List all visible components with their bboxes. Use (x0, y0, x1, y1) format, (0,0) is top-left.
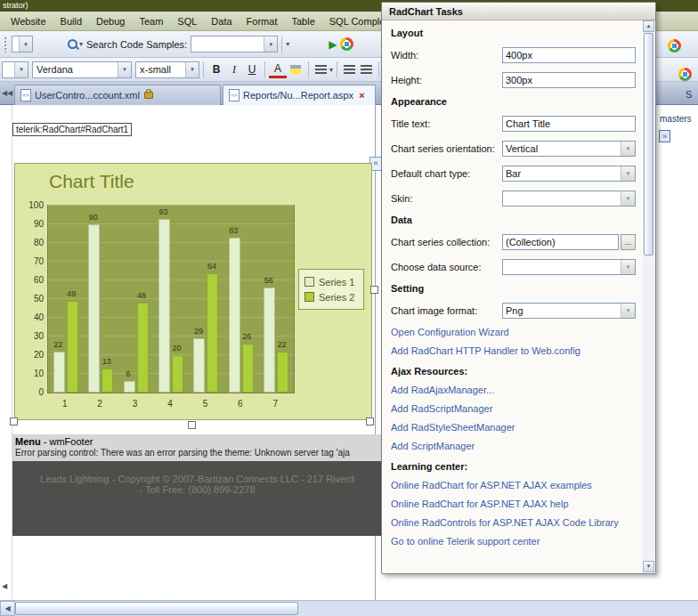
width-input[interactable] (502, 47, 636, 63)
align-icon[interactable] (315, 65, 327, 75)
collection-ellipsis-button[interactable]: ... (621, 234, 636, 250)
tab-usercontrol[interactable]: <> UserContro...ccount.xml (14, 85, 221, 105)
menubar-item[interactable]: Website (4, 13, 53, 29)
toolbar-separator (378, 61, 379, 77)
chevron-down-icon[interactable]: ▾ (621, 142, 635, 156)
link-add-radajaxmanager[interactable]: Add RadAjaxManager... (391, 385, 636, 395)
chevron-down-icon[interactable]: ▾ (621, 260, 635, 274)
y-axis-tick-label: 50 (20, 294, 44, 304)
link-add-radscriptmanager[interactable]: Add RadScriptManager (391, 403, 636, 414)
scrollbar-thumb[interactable] (15, 602, 298, 615)
control-id-tag[interactable]: telerik:RadChart#RadChart1 (12, 123, 132, 136)
resize-handle[interactable] (10, 417, 18, 426)
xml-file-icon: <> (20, 89, 31, 101)
chart-bar-value-label: 90 (83, 213, 104, 222)
mini-combo[interactable]: ▾ (12, 36, 33, 53)
numbered-list-icon[interactable] (344, 65, 355, 75)
menubar-item[interactable]: Debug (89, 13, 132, 29)
expand-chevron-button[interactable]: » (659, 130, 670, 142)
chevron-down-icon[interactable]: ▾ (621, 304, 635, 318)
window-title: strator) (3, 1, 28, 10)
close-tab-icon[interactable]: × (359, 90, 364, 101)
link-online-examples[interactable]: Online RadChart for ASP.NET AJAX example… (391, 480, 636, 490)
browser-icon[interactable] (678, 68, 692, 81)
menubar-item[interactable]: Format (239, 13, 285, 29)
image-format-select[interactable]: Png ▾ (502, 303, 636, 319)
chart-bar-value-label: 22 (272, 340, 293, 349)
link-online-help[interactable]: Online RadChart for ASP.NET AJAX help (391, 498, 636, 509)
chevron-down-icon[interactable]: ▾ (621, 191, 635, 206)
chart-bar-value-label: 22 (47, 340, 69, 349)
resize-handle[interactable] (366, 417, 374, 426)
font-color-button[interactable]: A (269, 61, 287, 78)
start-debug-icon[interactable]: ▶ (329, 38, 337, 51)
nav-left-icon[interactable]: ◀ (2, 582, 7, 590)
chevron-down-icon[interactable]: ▾ (79, 40, 83, 48)
chevron-down-icon[interactable]: ▾ (19, 36, 32, 52)
chevron-down-icon[interactable]: ▾ (264, 36, 277, 52)
link-add-http-handler[interactable]: Add RadChart HTTP Handler to Web.config (391, 345, 636, 356)
toolbar-grip[interactable] (4, 36, 8, 53)
toolbar-separator (203, 61, 204, 77)
tab-report-active[interactable]: <> Reports/Nu...Report.aspx × (223, 85, 376, 105)
data-source-select[interactable]: ▾ (502, 259, 636, 275)
link-add-radstylesheetmanager[interactable]: Add RadStyleSheetManager (391, 422, 636, 433)
bold-button[interactable]: B (207, 61, 225, 78)
menubar-item[interactable]: SQL (170, 13, 204, 29)
image-format-label: Chart image format: (391, 305, 477, 316)
search-icon[interactable] (67, 38, 79, 51)
horizontal-scrollbar[interactable]: ◀ (0, 600, 698, 616)
bullet-list-icon[interactable] (361, 65, 372, 75)
scrollbar-thumb[interactable] (644, 33, 653, 255)
chart-gridline (48, 223, 294, 224)
browser-icon[interactable] (668, 39, 681, 53)
underline-button[interactable]: U (243, 61, 261, 78)
browser-icon[interactable] (340, 37, 353, 51)
menubar-item[interactable]: Build (53, 13, 89, 29)
chevron-down-icon[interactable]: ▾ (286, 40, 289, 48)
font-size-combo[interactable]: x-small▾ (135, 61, 199, 78)
link-support-center[interactable]: Go to online Telerik support center (391, 536, 636, 547)
resize-handle[interactable] (370, 286, 378, 294)
height-input[interactable] (502, 72, 636, 88)
font-family-combo[interactable]: Verdana▾ (32, 61, 132, 78)
skin-select[interactable]: ▾ (502, 190, 636, 207)
panel-scrollbar[interactable]: ▲ ▼ (643, 20, 654, 572)
chevron-down-icon[interactable]: ▾ (185, 62, 199, 77)
x-axis-tick-label: 3 (126, 399, 144, 409)
chart-gridline (48, 373, 294, 374)
y-axis-tick-label: 90 (20, 219, 44, 229)
chart-bar-value-label: 64 (201, 262, 223, 271)
link-open-configuration-wizard[interactable]: Open Configuration Wizard (391, 327, 636, 337)
menubar-item[interactable]: Data (204, 13, 239, 29)
link-add-scriptmanager[interactable]: Add ScriptManager (391, 441, 636, 451)
skin-label: Skin: (391, 193, 412, 204)
field-row: Width: (391, 46, 636, 63)
chevron-down-icon[interactable]: ▾ (621, 166, 635, 181)
scroll-down-icon[interactable]: ▼ (643, 561, 654, 572)
menubar-item[interactable]: Team (132, 13, 170, 29)
chart-gridline (48, 317, 294, 318)
style-combo[interactable]: ▾ (2, 61, 28, 78)
link-code-library[interactable]: Online RadControls for ASP.NET AJAX Code… (391, 517, 636, 528)
series-collection-input[interactable] (502, 234, 619, 250)
highlight-button[interactable] (287, 61, 304, 78)
lock-icon (144, 92, 153, 99)
chevron-down-icon[interactable]: ▾ (329, 66, 333, 74)
chevron-down-icon[interactable]: ▾ (14, 62, 28, 77)
italic-button[interactable]: I (225, 61, 243, 78)
toolbar-separator (281, 36, 282, 53)
radchart-tasks-panel: RadChart Tasks Layout Width: Height: App… (381, 2, 656, 574)
search-samples-combo[interactable]: ▾ (191, 36, 278, 53)
scroll-up-icon[interactable]: ▲ (643, 20, 654, 32)
scroll-left-icon[interactable]: ◀ (0, 601, 15, 616)
chevron-down-icon[interactable]: ▾ (118, 62, 131, 77)
orientation-select[interactable]: Vertical ▾ (502, 141, 636, 157)
radchart-control[interactable]: Chart Title Series 1 Series 2 0102030405… (14, 163, 372, 420)
title-text-input[interactable] (502, 116, 636, 132)
chart-bar-value-label: 83 (223, 226, 244, 235)
menubar-item[interactable]: Table (284, 13, 321, 29)
resize-handle[interactable] (188, 421, 196, 429)
chart-type-select[interactable]: Bar ▾ (502, 166, 636, 182)
tab-scroll-left-icon[interactable]: ◀ (7, 89, 12, 97)
